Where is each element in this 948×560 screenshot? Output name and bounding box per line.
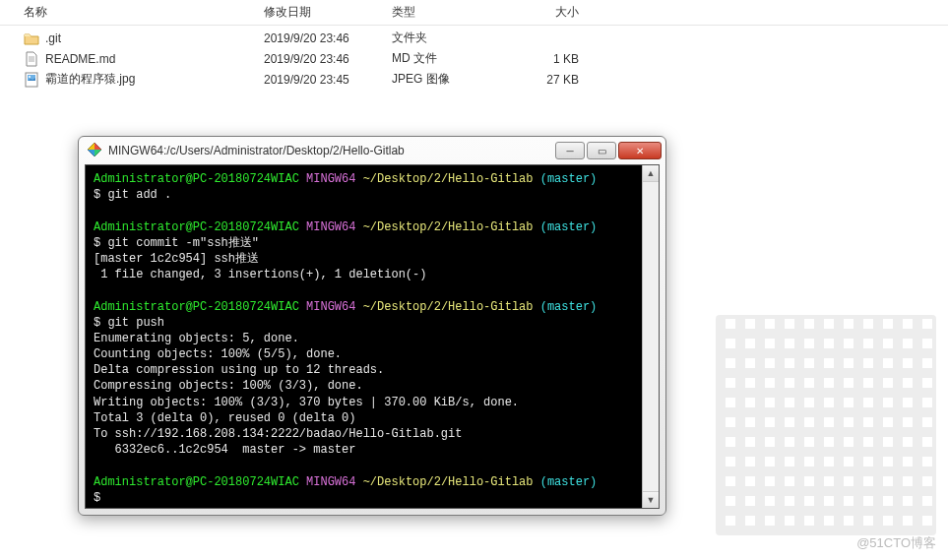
prompt-line: Administrator@PC-20180724WIAC MINGW64 ~/…: [94, 474, 634, 490]
command-line: $ git add .: [94, 187, 634, 203]
scroll-down-icon[interactable]: ▼: [643, 491, 659, 508]
prompt-line: Administrator@PC-20180724WIAC MINGW64 ~/…: [94, 171, 634, 187]
column-header-type[interactable]: 类型: [392, 4, 500, 21]
output-line: 1 file changed, 3 insertions(+), 1 delet…: [94, 267, 634, 282]
file-row[interactable]: README.md 2019/9/20 23:46 MD 文件 1 KB: [0, 48, 948, 69]
output-line: To ssh://192.168.208.134:2222/badao/Hell…: [94, 426, 634, 442]
file-name: .git: [45, 31, 61, 45]
qr-code-watermark: [716, 315, 936, 535]
output-line: Compressing objects: 100% (3/3), done.: [94, 378, 634, 394]
file-name: README.md: [45, 52, 115, 66]
minimize-button[interactable]: ─: [555, 142, 585, 159]
window-controls: ─ ▭ ✕: [553, 142, 662, 159]
output-line: Writing objects: 100% (3/3), 370 bytes |…: [94, 395, 634, 410]
mingw-icon: [87, 142, 102, 160]
terminal-body[interactable]: Administrator@PC-20180724WIAC MINGW64 ~/…: [85, 164, 660, 509]
output-line: 6332ec6..1c2c954 master -> master: [94, 442, 634, 458]
column-header-date[interactable]: 修改日期: [264, 4, 392, 21]
folder-icon: [24, 31, 39, 46]
scroll-up-icon[interactable]: ▲: [643, 165, 659, 182]
file-date: 2019/9/20 23:46: [264, 52, 392, 66]
watermark-text: @51CTO博客: [856, 534, 936, 552]
maximize-button[interactable]: ▭: [587, 142, 616, 159]
command-line: $ git commit -m"ssh推送": [94, 235, 634, 251]
scrollbar[interactable]: ▲ ▼: [642, 165, 659, 508]
explorer-header: 名称 修改日期 类型 大小: [0, 0, 948, 26]
file-type: MD 文件: [392, 50, 500, 67]
file-name: 霸道的程序猿.jpg: [45, 71, 135, 88]
file-type: 文件夹: [392, 30, 500, 46]
file-size: 1 KB: [500, 52, 579, 66]
document-icon: [24, 51, 39, 67]
prompt-line: Administrator@PC-20180724WIAC MINGW64 ~/…: [94, 219, 634, 235]
window-title: MINGW64:/c/Users/Administrator/Desktop/2…: [108, 144, 547, 157]
prompt-line: Administrator@PC-20180724WIAC MINGW64 ~/…: [94, 299, 634, 315]
output-line: [master 1c2c954] ssh推送: [94, 251, 634, 267]
file-row[interactable]: .git 2019/9/20 23:46 文件夹: [0, 28, 948, 48]
output-line: Counting objects: 100% (5/5), done.: [94, 346, 634, 362]
column-header-size[interactable]: 大小: [500, 4, 579, 21]
command-line: $: [94, 490, 634, 506]
file-date: 2019/9/20 23:46: [264, 31, 392, 45]
command-line: $ git push: [94, 315, 634, 331]
image-icon: [24, 72, 39, 88]
file-date: 2019/9/20 23:45: [264, 73, 392, 87]
output-line: Enumerating objects: 5, done.: [94, 331, 634, 346]
output-line: Total 3 (delta 0), reused 0 (delta 0): [94, 410, 634, 426]
titlebar[interactable]: MINGW64:/c/Users/Administrator/Desktop/2…: [79, 137, 665, 164]
file-type: JPEG 图像: [392, 71, 500, 88]
close-button[interactable]: ✕: [618, 142, 662, 159]
terminal-window: MINGW64:/c/Users/Administrator/Desktop/2…: [78, 136, 666, 516]
terminal-content[interactable]: Administrator@PC-20180724WIAC MINGW64 ~/…: [86, 165, 642, 508]
explorer-rows: .git 2019/9/20 23:46 文件夹 README.md 2019/…: [0, 26, 948, 92]
file-explorer: 名称 修改日期 类型 大小 .git 2019/9/20 23:46 文件夹 R…: [0, 0, 948, 92]
output-line: Delta compression using up to 12 threads…: [94, 362, 634, 378]
file-size: 27 KB: [500, 73, 579, 87]
svg-point-2: [29, 76, 31, 78]
column-header-name[interactable]: 名称: [8, 4, 264, 21]
file-row[interactable]: 霸道的程序猿.jpg 2019/9/20 23:45 JPEG 图像 27 KB: [0, 69, 948, 90]
